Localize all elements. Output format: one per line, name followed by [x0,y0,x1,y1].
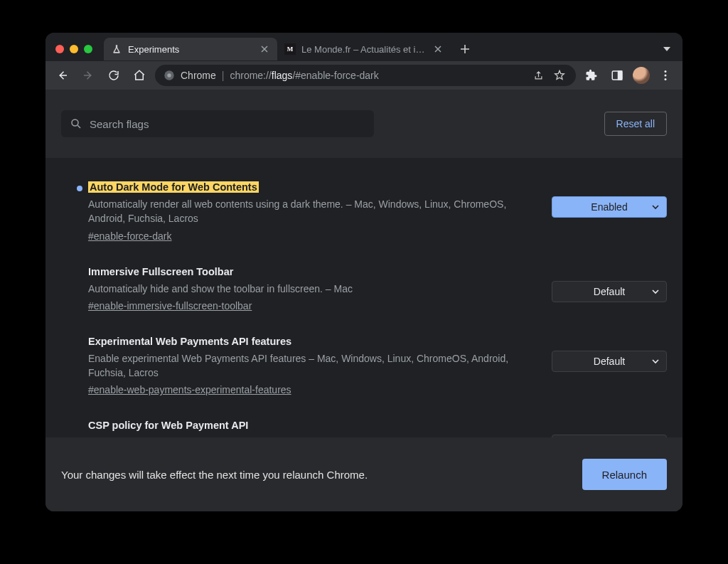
svg-point-1 [167,73,171,77]
tab-label: Experiments [128,44,253,55]
flag-title: Immersive Fullscreen Toolbar [88,266,233,277]
chrome-logo-icon [164,70,175,81]
chevron-down-icon [652,203,659,211]
flag-description: Automatically hide and show the toolbar … [88,282,536,296]
svg-rect-3 [619,71,622,80]
footer-message: Your changes will take effect the next t… [61,469,368,481]
reset-all-button[interactable]: Reset all [604,112,667,136]
tab-experiments[interactable]: Experiments [104,38,277,60]
profile-avatar[interactable] [633,67,650,84]
home-button[interactable] [129,65,149,85]
flag-description: Automatically render all web contents us… [88,197,536,226]
svg-point-7 [72,119,78,126]
chevron-down-icon [652,288,659,295]
extensions-button[interactable] [582,65,601,85]
menu-button[interactable] [655,65,675,85]
minimize-window-button[interactable] [70,45,78,53]
omnibox-url: chrome://flags/#enable-force-dark [230,70,378,81]
search-icon [70,117,82,130]
address-bar[interactable]: Chrome | chrome://flags/#enable-force-da… [155,65,576,86]
flag-title: CSP policy for Web Payment API [88,420,248,431]
reload-button[interactable] [104,65,124,85]
svg-point-4 [665,70,667,73]
sidepanel-button[interactable] [607,65,627,85]
svg-point-6 [665,78,667,80]
flag-select-value: Enabled [591,201,627,213]
window-controls [55,45,92,53]
relaunch-button[interactable]: Relaunch [582,459,667,490]
flag-select-value: Default [594,286,625,297]
svg-point-5 [665,75,667,77]
maximize-window-button[interactable] [84,45,92,53]
toolbar: Chrome | chrome://flags/#enable-force-da… [46,61,682,90]
search-box[interactable] [61,110,374,137]
tab-lemonde[interactable]: M Le Monde.fr – Actualités et infos [277,38,451,60]
tabs-dropdown-button[interactable] [657,39,677,59]
flag-title: Auto Dark Mode for Web Contents [88,181,259,193]
flag-title: Experimental Web Payments API features [88,336,291,347]
footer-bar: Your changes will take effect the next t… [46,437,682,511]
tab-label: Le Monde.fr – Actualités et infos [301,44,427,55]
flag-row: Auto Dark Mode for Web ContentsAutomatic… [46,171,682,255]
flag-select-value: Default [594,356,625,367]
flag-select[interactable]: Enabled [552,196,667,218]
browser-window: Experiments M Le Monde.fr – Actualités e… [46,33,682,511]
flag-select[interactable]: Default [552,351,667,372]
new-tab-button[interactable] [455,39,475,59]
search-input[interactable] [90,118,365,130]
back-button[interactable] [53,65,73,85]
flag-description: Enable experimental Web Payments API fea… [88,351,536,381]
flag-hash-link[interactable]: #enable-force-dark [88,230,172,242]
bookmark-icon[interactable] [552,65,567,85]
omnibox-chip: Chrome [181,70,216,81]
lemonde-icon: M [284,43,296,55]
close-tab-icon[interactable] [432,43,444,55]
flag-hash-link[interactable]: #enable-immersive-fullscreen-toolbar [88,300,252,312]
flags-header: Reset all [46,90,682,158]
flask-icon [111,43,122,55]
chevron-down-icon [652,358,659,365]
close-window-button[interactable] [55,45,64,53]
flag-select[interactable]: Default [552,281,667,302]
flag-row: Immersive Fullscreen ToolbarAutomaticall… [46,255,682,325]
flag-row: Experimental Web Payments API featuresEn… [46,325,682,410]
share-icon[interactable] [530,65,546,85]
tab-strip: Experiments M Le Monde.fr – Actualités e… [46,33,682,61]
flag-hash-link[interactable]: #enable-web-payments-experimental-featur… [88,384,291,395]
close-tab-icon[interactable] [259,43,270,55]
page-content: Reset all Auto Dark Mode for Web Content… [46,90,682,511]
forward-button[interactable] [78,65,98,85]
